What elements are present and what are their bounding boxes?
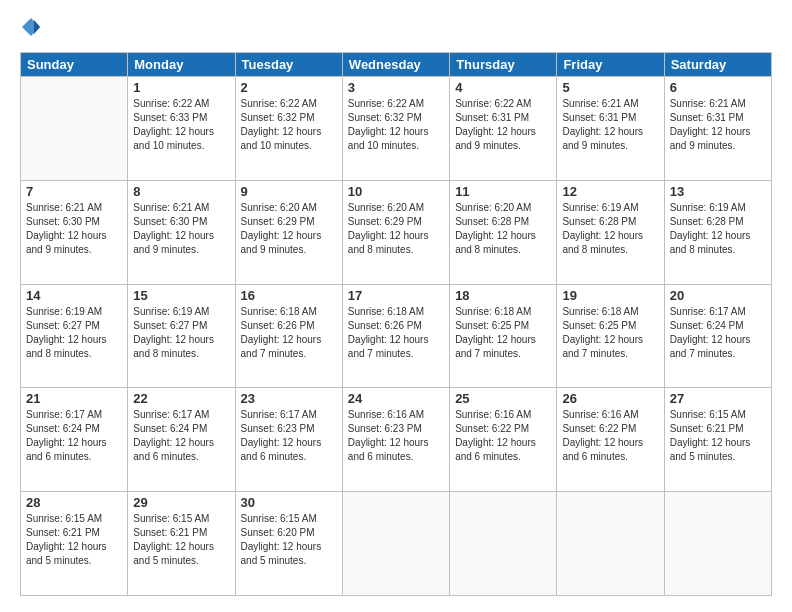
day-info: Sunrise: 6:18 AM Sunset: 6:25 PM Dayligh… (562, 305, 658, 361)
calendar-day-cell: 21Sunrise: 6:17 AM Sunset: 6:24 PM Dayli… (21, 388, 128, 492)
day-number: 18 (455, 288, 551, 303)
day-number: 11 (455, 184, 551, 199)
day-info: Sunrise: 6:20 AM Sunset: 6:29 PM Dayligh… (348, 201, 444, 257)
day-info: Sunrise: 6:21 AM Sunset: 6:30 PM Dayligh… (26, 201, 122, 257)
calendar-day-cell: 20Sunrise: 6:17 AM Sunset: 6:24 PM Dayli… (664, 284, 771, 388)
calendar-day-cell (450, 492, 557, 596)
calendar-day-cell (557, 492, 664, 596)
calendar-header-row: SundayMondayTuesdayWednesdayThursdayFrid… (21, 53, 772, 77)
day-number: 17 (348, 288, 444, 303)
header (20, 16, 772, 42)
day-number: 21 (26, 391, 122, 406)
calendar-day-cell: 12Sunrise: 6:19 AM Sunset: 6:28 PM Dayli… (557, 180, 664, 284)
day-number: 30 (241, 495, 337, 510)
day-number: 8 (133, 184, 229, 199)
day-number: 3 (348, 80, 444, 95)
day-info: Sunrise: 6:20 AM Sunset: 6:28 PM Dayligh… (455, 201, 551, 257)
calendar-day-cell: 16Sunrise: 6:18 AM Sunset: 6:26 PM Dayli… (235, 284, 342, 388)
day-info: Sunrise: 6:22 AM Sunset: 6:32 PM Dayligh… (348, 97, 444, 153)
day-info: Sunrise: 6:15 AM Sunset: 6:21 PM Dayligh… (133, 512, 229, 568)
calendar-day-cell: 1Sunrise: 6:22 AM Sunset: 6:33 PM Daylig… (128, 77, 235, 181)
calendar-day-cell: 27Sunrise: 6:15 AM Sunset: 6:21 PM Dayli… (664, 388, 771, 492)
calendar-day-cell: 18Sunrise: 6:18 AM Sunset: 6:25 PM Dayli… (450, 284, 557, 388)
day-number: 24 (348, 391, 444, 406)
day-number: 27 (670, 391, 766, 406)
calendar-day-cell: 15Sunrise: 6:19 AM Sunset: 6:27 PM Dayli… (128, 284, 235, 388)
calendar-weekday-header: Tuesday (235, 53, 342, 77)
day-info: Sunrise: 6:19 AM Sunset: 6:28 PM Dayligh… (562, 201, 658, 257)
day-number: 7 (26, 184, 122, 199)
day-info: Sunrise: 6:16 AM Sunset: 6:22 PM Dayligh… (562, 408, 658, 464)
day-info: Sunrise: 6:17 AM Sunset: 6:24 PM Dayligh… (133, 408, 229, 464)
day-info: Sunrise: 6:21 AM Sunset: 6:31 PM Dayligh… (562, 97, 658, 153)
day-number: 14 (26, 288, 122, 303)
day-info: Sunrise: 6:17 AM Sunset: 6:24 PM Dayligh… (26, 408, 122, 464)
day-number: 4 (455, 80, 551, 95)
calendar-day-cell: 2Sunrise: 6:22 AM Sunset: 6:32 PM Daylig… (235, 77, 342, 181)
calendar-day-cell: 5Sunrise: 6:21 AM Sunset: 6:31 PM Daylig… (557, 77, 664, 181)
day-info: Sunrise: 6:17 AM Sunset: 6:24 PM Dayligh… (670, 305, 766, 361)
calendar-body: 1Sunrise: 6:22 AM Sunset: 6:33 PM Daylig… (21, 77, 772, 596)
calendar-day-cell: 6Sunrise: 6:21 AM Sunset: 6:31 PM Daylig… (664, 77, 771, 181)
calendar-day-cell: 10Sunrise: 6:20 AM Sunset: 6:29 PM Dayli… (342, 180, 449, 284)
calendar-day-cell: 14Sunrise: 6:19 AM Sunset: 6:27 PM Dayli… (21, 284, 128, 388)
day-info: Sunrise: 6:19 AM Sunset: 6:27 PM Dayligh… (133, 305, 229, 361)
calendar-week-row: 28Sunrise: 6:15 AM Sunset: 6:21 PM Dayli… (21, 492, 772, 596)
day-info: Sunrise: 6:22 AM Sunset: 6:32 PM Dayligh… (241, 97, 337, 153)
calendar-day-cell: 11Sunrise: 6:20 AM Sunset: 6:28 PM Dayli… (450, 180, 557, 284)
calendar-day-cell: 30Sunrise: 6:15 AM Sunset: 6:20 PM Dayli… (235, 492, 342, 596)
day-info: Sunrise: 6:15 AM Sunset: 6:20 PM Dayligh… (241, 512, 337, 568)
calendar-table: SundayMondayTuesdayWednesdayThursdayFrid… (20, 52, 772, 596)
day-number: 16 (241, 288, 337, 303)
day-number: 15 (133, 288, 229, 303)
day-info: Sunrise: 6:18 AM Sunset: 6:25 PM Dayligh… (455, 305, 551, 361)
svg-marker-1 (34, 20, 40, 34)
calendar-day-cell (21, 77, 128, 181)
day-info: Sunrise: 6:21 AM Sunset: 6:31 PM Dayligh… (670, 97, 766, 153)
day-info: Sunrise: 6:15 AM Sunset: 6:21 PM Dayligh… (26, 512, 122, 568)
day-number: 25 (455, 391, 551, 406)
day-info: Sunrise: 6:19 AM Sunset: 6:28 PM Dayligh… (670, 201, 766, 257)
page: SundayMondayTuesdayWednesdayThursdayFrid… (0, 0, 792, 612)
day-number: 2 (241, 80, 337, 95)
logo (20, 16, 44, 42)
day-number: 5 (562, 80, 658, 95)
day-number: 23 (241, 391, 337, 406)
calendar-day-cell: 24Sunrise: 6:16 AM Sunset: 6:23 PM Dayli… (342, 388, 449, 492)
calendar-day-cell: 4Sunrise: 6:22 AM Sunset: 6:31 PM Daylig… (450, 77, 557, 181)
day-number: 29 (133, 495, 229, 510)
calendar-day-cell: 3Sunrise: 6:22 AM Sunset: 6:32 PM Daylig… (342, 77, 449, 181)
calendar-week-row: 14Sunrise: 6:19 AM Sunset: 6:27 PM Dayli… (21, 284, 772, 388)
calendar-weekday-header: Saturday (664, 53, 771, 77)
day-info: Sunrise: 6:15 AM Sunset: 6:21 PM Dayligh… (670, 408, 766, 464)
calendar-day-cell: 23Sunrise: 6:17 AM Sunset: 6:23 PM Dayli… (235, 388, 342, 492)
calendar-day-cell (664, 492, 771, 596)
day-number: 19 (562, 288, 658, 303)
calendar-weekday-header: Wednesday (342, 53, 449, 77)
day-number: 12 (562, 184, 658, 199)
calendar-weekday-header: Friday (557, 53, 664, 77)
day-info: Sunrise: 6:22 AM Sunset: 6:33 PM Dayligh… (133, 97, 229, 153)
calendar-weekday-header: Sunday (21, 53, 128, 77)
day-info: Sunrise: 6:20 AM Sunset: 6:29 PM Dayligh… (241, 201, 337, 257)
day-number: 1 (133, 80, 229, 95)
calendar-weekday-header: Thursday (450, 53, 557, 77)
calendar-day-cell: 8Sunrise: 6:21 AM Sunset: 6:30 PM Daylig… (128, 180, 235, 284)
day-number: 10 (348, 184, 444, 199)
calendar-week-row: 1Sunrise: 6:22 AM Sunset: 6:33 PM Daylig… (21, 77, 772, 181)
day-info: Sunrise: 6:16 AM Sunset: 6:22 PM Dayligh… (455, 408, 551, 464)
day-info: Sunrise: 6:22 AM Sunset: 6:31 PM Dayligh… (455, 97, 551, 153)
day-number: 22 (133, 391, 229, 406)
calendar-week-row: 7Sunrise: 6:21 AM Sunset: 6:30 PM Daylig… (21, 180, 772, 284)
day-info: Sunrise: 6:18 AM Sunset: 6:26 PM Dayligh… (241, 305, 337, 361)
day-info: Sunrise: 6:17 AM Sunset: 6:23 PM Dayligh… (241, 408, 337, 464)
calendar-day-cell: 22Sunrise: 6:17 AM Sunset: 6:24 PM Dayli… (128, 388, 235, 492)
calendar-day-cell: 19Sunrise: 6:18 AM Sunset: 6:25 PM Dayli… (557, 284, 664, 388)
calendar-day-cell: 7Sunrise: 6:21 AM Sunset: 6:30 PM Daylig… (21, 180, 128, 284)
day-number: 20 (670, 288, 766, 303)
logo-icon (20, 16, 42, 38)
calendar-day-cell (342, 492, 449, 596)
calendar-day-cell: 25Sunrise: 6:16 AM Sunset: 6:22 PM Dayli… (450, 388, 557, 492)
day-info: Sunrise: 6:18 AM Sunset: 6:26 PM Dayligh… (348, 305, 444, 361)
day-number: 6 (670, 80, 766, 95)
